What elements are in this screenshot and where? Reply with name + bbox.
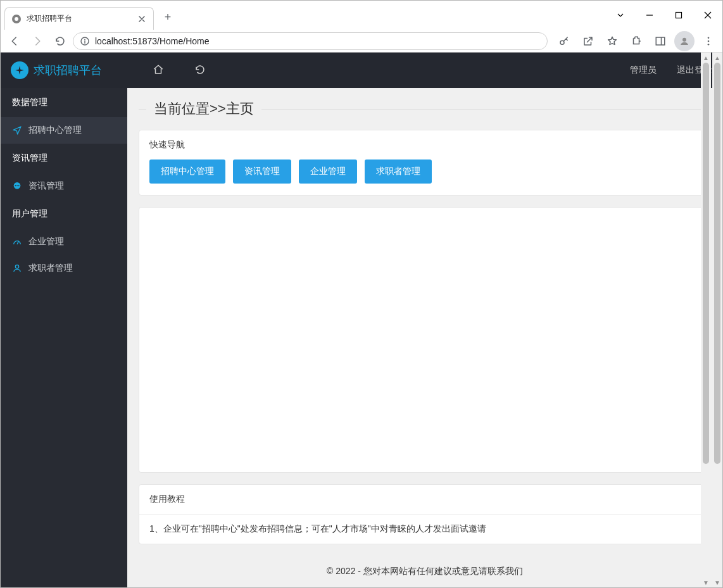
svg-point-7 — [682, 37, 686, 41]
content-area: 当前位置>>主页 快速导航 招聘中心管理 资讯管理 企业管理 求职者管理 — [127, 88, 722, 587]
svg-point-15 — [15, 265, 18, 268]
app-topbar: 求职招聘平台 管理员 退出登录 — [1, 53, 722, 88]
empty-panel — [139, 207, 711, 473]
close-window-button[interactable] — [693, 1, 722, 30]
share-icon[interactable] — [578, 31, 598, 51]
breadcrumb: 当前位置>>主页 — [146, 99, 261, 118]
refresh-icon[interactable] — [194, 64, 206, 77]
svg-point-4 — [84, 39, 85, 40]
sidebar-section-news: 资讯管理 — [1, 144, 127, 173]
chat-bubble-icon — [12, 181, 22, 191]
app-root: 求职招聘平台 管理员 退出登录 数据管理 招聘中心管理 — [1, 53, 722, 587]
svg-point-14 — [18, 185, 20, 186]
user-icon — [12, 263, 22, 273]
page-viewport: 求职招聘平台 管理员 退出登录 数据管理 招聘中心管理 — [1, 53, 722, 587]
content-inner: 当前位置>>主页 快速导航 招聘中心管理 资讯管理 企业管理 求职者管理 — [127, 88, 722, 560]
sidebar-item-label: 企业管理 — [28, 236, 64, 247]
minimize-button[interactable] — [635, 1, 664, 30]
extensions-icon[interactable] — [626, 31, 646, 51]
svg-point-10 — [708, 43, 710, 45]
svg-point-13 — [16, 185, 18, 186]
quicknav-recruit-button[interactable]: 招聘中心管理 — [149, 160, 225, 184]
brand-text: 求职招聘平台 — [34, 63, 102, 78]
quicknav-buttons: 招聘中心管理 资讯管理 企业管理 求职者管理 — [149, 160, 700, 184]
quicknav-jobseeker-button[interactable]: 求职者管理 — [365, 160, 432, 184]
sidebar-section-users: 用户管理 — [1, 199, 127, 228]
sidebar-item-label: 求职者管理 — [28, 263, 73, 274]
app-body: 数据管理 招聘中心管理 资讯管理 资讯管理 用户管理 企业管理 — [1, 88, 722, 587]
quicknav-card: 快速导航 招聘中心管理 资讯管理 企业管理 求职者管理 — [139, 130, 711, 196]
tab-title: 求职招聘平台 — [27, 13, 132, 24]
svg-point-1 — [15, 17, 18, 21]
browser-tab-strip: 求职招聘平台 + — [1, 1, 177, 30]
page-footer: © 2022 - 您对本网站有任何建议或意见请联系我们 — [127, 560, 722, 587]
chevron-down-icon[interactable] — [606, 1, 635, 30]
quicknav-news-button[interactable]: 资讯管理 — [233, 160, 291, 184]
new-tab-button[interactable]: + — [159, 8, 177, 26]
forward-button[interactable] — [27, 31, 47, 51]
gauge-icon — [12, 237, 22, 247]
svg-point-12 — [15, 185, 16, 186]
back-button[interactable] — [4, 31, 25, 51]
logout-link[interactable]: 退出登录 — [677, 65, 712, 76]
close-tab-icon[interactable] — [137, 14, 147, 24]
page-favicon-icon — [11, 14, 22, 24]
sidebar-item-label: 资讯管理 — [28, 180, 64, 192]
sidebar-item-enterprise[interactable]: 企业管理 — [1, 228, 127, 255]
sidebar-item-label: 招聘中心管理 — [28, 125, 82, 136]
svg-rect-6 — [656, 37, 665, 45]
topbar-icons — [153, 64, 206, 77]
sidebar-section-data: 数据管理 — [1, 88, 127, 117]
key-icon[interactable] — [554, 31, 574, 51]
brand[interactable]: 求职招聘平台 — [1, 61, 127, 79]
sidebar-item-jobseeker[interactable]: 求职者管理 — [1, 255, 127, 282]
kebab-menu-icon[interactable] — [698, 31, 719, 51]
profile-avatar-icon[interactable] — [674, 31, 695, 51]
tutorial-card: 使用教程 1、企业可在"招聘中心"处发布招聘信息；可在"人才市场"中对青睐的人才… — [139, 484, 711, 544]
svg-rect-2 — [676, 13, 682, 18]
maximize-button[interactable] — [664, 1, 693, 30]
topbar-right: 管理员 退出登录 — [630, 65, 712, 76]
address-bar[interactable]: localhost:51873/Home/Home — [73, 32, 548, 50]
window-controls — [606, 1, 722, 30]
home-icon[interactable] — [153, 64, 164, 77]
quicknav-enterprise-button[interactable]: 企业管理 — [299, 160, 357, 184]
current-user-link[interactable]: 管理员 — [630, 65, 657, 76]
sidebar-item-news[interactable]: 资讯管理 — [1, 173, 127, 199]
paper-plane-icon — [12, 125, 22, 135]
sidebar-item-recruit-center[interactable]: 招聘中心管理 — [1, 117, 127, 144]
quicknav-title: 快速导航 — [139, 130, 710, 160]
star-icon[interactable] — [602, 31, 622, 51]
tutorial-line-1: 1、企业可在"招聘中心"处发布招聘信息；可在"人才市场"中对青睐的人才发出面试邀… — [139, 514, 710, 544]
svg-point-9 — [708, 40, 710, 42]
browser-tab[interactable]: 求职招聘平台 — [4, 7, 154, 30]
svg-point-8 — [708, 37, 710, 39]
compass-icon — [11, 61, 28, 79]
reload-button[interactable] — [50, 31, 70, 51]
side-panel-icon[interactable] — [650, 31, 670, 51]
browser-toolbar: localhost:51873/Home/Home — [1, 30, 722, 53]
toolbar-right — [554, 31, 719, 51]
browser-window: 求职招聘平台 + localhost:51873/Home/Home — [0, 0, 723, 588]
breadcrumb-wrap: 当前位置>>主页 — [139, 99, 711, 118]
tutorial-title: 使用教程 — [139, 485, 710, 514]
info-icon — [80, 36, 90, 46]
sidebar: 数据管理 招聘中心管理 资讯管理 资讯管理 用户管理 企业管理 — [1, 88, 127, 587]
browser-titlebar: 求职招聘平台 + — [1, 1, 722, 30]
url-text: localhost:51873/Home/Home — [95, 36, 210, 46]
